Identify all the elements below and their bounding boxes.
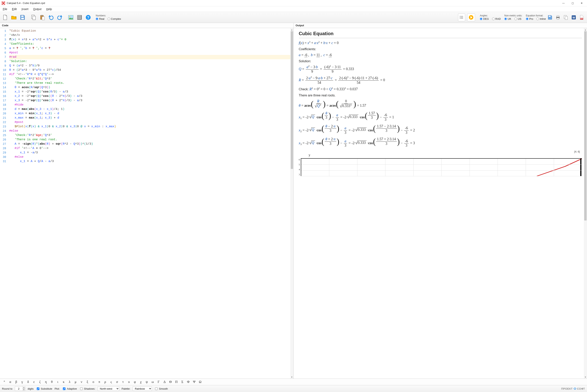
new-button[interactable] (1, 12, 9, 23)
greek-φ[interactable]: φ (132, 380, 138, 384)
svg-rect-17 (78, 18, 79, 19)
greek-Θ[interactable]: Θ (168, 380, 173, 384)
angles-deg[interactable]: DEG (480, 18, 489, 20)
help-button[interactable]: ? (84, 12, 92, 23)
greek-η[interactable]: η (43, 380, 49, 384)
statusbar: Round to ▲▼ digits Substitute Plot: Adap… (0, 385, 587, 392)
greek-Φ[interactable]: Φ (185, 380, 191, 384)
greek-θ[interactable]: θ (49, 380, 55, 384)
units-uk[interactable]: UK (504, 18, 511, 20)
greek-γ[interactable]: γ (19, 380, 25, 384)
svg-point-9 (69, 16, 70, 17)
output-scrollbar[interactable]: ▲▼ (584, 28, 587, 378)
greek-υ[interactable]: υ (126, 380, 132, 384)
greek-bar: °αβγδεζηθικλμνξοπρςστυφχψωΓΔΘΠΣΦΨΩ (0, 378, 587, 385)
toggle-output-button[interactable] (458, 14, 465, 21)
greek-β[interactable]: β (14, 380, 19, 384)
greek-ς[interactable]: ς (108, 380, 114, 384)
greek-ζ[interactable]: ζ (37, 380, 43, 384)
greek-°[interactable]: ° (2, 380, 7, 384)
greek-τ[interactable]: τ (120, 380, 126, 384)
greek-α[interactable]: α (8, 380, 13, 384)
eqfmt-inline[interactable]: Inline (536, 18, 546, 20)
greek-μ[interactable]: μ (73, 380, 78, 384)
export-pdf-button[interactable]: PDF (578, 12, 585, 23)
greek-Ψ[interactable]: Ψ (191, 380, 197, 384)
direction-select[interactable]: North-west (98, 386, 119, 391)
svg-rect-34 (565, 16, 567, 20)
numbers-complex[interactable]: Complex (108, 18, 121, 20)
substitute-checkbox[interactable]: Substitute (36, 387, 52, 390)
angles-rad[interactable]: RAD (492, 18, 501, 20)
menu-edit[interactable]: Edit (12, 8, 17, 11)
greek-ω[interactable]: ω (150, 380, 155, 384)
smooth-checkbox[interactable]: Smooth (154, 387, 168, 390)
adaptive-checkbox[interactable]: Adaptive (62, 387, 77, 390)
close-button[interactable]: ✕ (577, 0, 586, 6)
output-hr (299, 38, 582, 38)
undo-button[interactable] (47, 12, 55, 23)
palette-select[interactable]: Rainbow (133, 386, 152, 391)
round-label: Round to (2, 387, 13, 390)
paste-button[interactable] (38, 12, 46, 23)
greek-Π[interactable]: Π (174, 380, 179, 384)
image-button[interactable] (67, 12, 75, 23)
greek-ν[interactable]: ν (79, 380, 84, 384)
greek-ι[interactable]: ι (55, 380, 61, 384)
eq-check: Check: R2 = 02 = 0 < Q3 = 0.3333 = 0.037 (299, 87, 582, 91)
minimize-button[interactable]: — (559, 0, 568, 6)
greek-ξ[interactable]: ξ (85, 380, 90, 384)
greek-ρ[interactable]: ρ (102, 380, 108, 384)
redo-button[interactable] (56, 12, 64, 23)
greek-ψ[interactable]: ψ (144, 380, 150, 384)
plot-label: Plot: (55, 387, 60, 390)
keypad-button[interactable] (76, 12, 84, 23)
greek-ο[interactable]: ο (91, 380, 96, 384)
menu-file[interactable]: File (3, 8, 7, 11)
round-spinner[interactable]: ▲▼ (23, 386, 25, 391)
menu-output[interactable]: Output (33, 8, 42, 11)
print-button[interactable] (554, 12, 561, 23)
greek-Ω[interactable]: Ω (197, 380, 203, 384)
svg-rect-6 (41, 15, 43, 16)
eqfmt-label: Equation format: (526, 14, 546, 17)
units-us[interactable]: US (514, 18, 521, 20)
output-content: Cubic Equation f(x) = x3 + a·x2 + b·x + … (294, 28, 587, 378)
save-html-button[interactable] (547, 12, 553, 23)
greek-ε[interactable]: ε (31, 380, 37, 384)
greek-λ[interactable]: λ (67, 380, 72, 384)
numbers-real[interactable]: Real (96, 18, 104, 20)
round-input[interactable] (15, 386, 23, 391)
code-editor[interactable]: 1234567891011121314151617181920212223242… (0, 28, 294, 378)
eqfmt-pro[interactable]: Pro (526, 18, 533, 20)
greek-δ[interactable]: δ (25, 380, 31, 384)
shadows-checkbox[interactable]: Shadows: (79, 387, 95, 390)
plot-coord: [4; 6] (299, 150, 582, 153)
eq-x2: x2 = -2·Q ·cosθ − 2·π3 − a3 = -2·0.333 ·… (299, 124, 582, 135)
run-button[interactable] (467, 14, 475, 21)
eq-theta: θ = acosRQ3 = acos00.3333 = 1.57 (299, 99, 582, 109)
export-word-button[interactable]: W (570, 12, 577, 23)
sol-label: Solution: (299, 60, 582, 63)
code-scrollbar[interactable]: ▲▼ (290, 28, 294, 378)
save-button[interactable] (19, 12, 27, 23)
code-pane-header: Code (0, 23, 294, 28)
menu-insert[interactable]: Insert (22, 8, 29, 11)
menu-help[interactable]: Help (46, 8, 52, 11)
greek-σ[interactable]: σ (114, 380, 120, 384)
copy-button[interactable] (30, 12, 38, 23)
svg-rect-32 (557, 18, 559, 19)
svg-rect-14 (78, 17, 79, 18)
open-button[interactable] (10, 12, 18, 23)
greek-κ[interactable]: κ (61, 380, 67, 384)
greek-Σ[interactable]: Σ (180, 380, 185, 384)
titlebar: Calcpad 5.4 - Cubic Equation.cpd — ▢ ✕ (0, 0, 587, 6)
maximize-button[interactable]: ▢ (568, 0, 577, 6)
greek-Δ[interactable]: Δ (162, 380, 167, 384)
greek-Γ[interactable]: Γ (156, 380, 161, 384)
greek-π[interactable]: π (97, 380, 102, 384)
coeff-label: Coefficients: (299, 48, 582, 51)
greek-χ[interactable]: χ (138, 380, 144, 384)
copy-output-button[interactable] (562, 12, 569, 23)
svg-text:PDF: PDF (580, 18, 583, 19)
